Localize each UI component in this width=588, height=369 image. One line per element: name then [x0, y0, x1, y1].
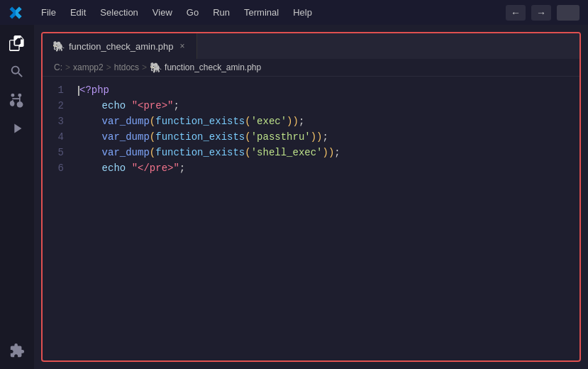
- line-content-3: var_dump(function_exists('exec'));: [78, 114, 304, 129]
- code-line-5: 5 var_dump(function_exists('shell_exec')…: [43, 145, 579, 160]
- menu-selection[interactable]: Selection: [94, 6, 143, 19]
- breadcrumb-xampp2: xampp2: [73, 62, 104, 72]
- extensions-icon[interactable]: [4, 338, 30, 363]
- code-line-2: 2 echo "<pre>";: [43, 98, 579, 114]
- editor-container: 🐘 function_check_amin.php × C: > xampp2 …: [34, 25, 588, 369]
- code-line-6: 6 echo "</pre>";: [43, 160, 579, 176]
- menu-view[interactable]: View: [147, 6, 178, 19]
- line-num-6: 6: [43, 160, 78, 176]
- line-num-5: 5: [43, 145, 78, 160]
- activity-bar: [0, 25, 34, 369]
- line-content-6: echo "</pre>";: [78, 160, 185, 176]
- line-num-1: 1: [43, 82, 78, 98]
- forward-button[interactable]: →: [531, 5, 551, 21]
- tab-bar: 🐘 function_check_amin.php ×: [43, 33, 579, 59]
- breadcrumb-drive: C:: [54, 62, 62, 72]
- titlebar: File Edit Selection View Go Run Terminal…: [0, 0, 588, 25]
- search-icon[interactable]: [4, 59, 30, 84]
- tab-filename: function_check_amin.php: [69, 41, 173, 52]
- menu-edit[interactable]: Edit: [65, 6, 91, 19]
- menu-terminal[interactable]: Terminal: [238, 6, 284, 19]
- breadcrumb-sep-2: >: [106, 62, 111, 72]
- php-file-icon: 🐘: [52, 40, 65, 52]
- menu-help[interactable]: Help: [287, 6, 318, 19]
- line-content-2: echo "<pre>";: [78, 98, 179, 114]
- editor-box: 🐘 function_check_amin.php × C: > xampp2 …: [41, 32, 581, 362]
- code-line-3: 3 var_dump(function_exists('exec'));: [43, 114, 579, 129]
- breadcrumb-htdocs: htdocs: [114, 62, 139, 72]
- line-num-4: 4: [43, 129, 78, 145]
- file-tab[interactable]: 🐘 function_check_amin.php ×: [43, 33, 197, 59]
- breadcrumb: C: > xampp2 > htdocs > 🐘 function_check_…: [43, 59, 579, 77]
- breadcrumb-filename: function_check_amin.php: [165, 62, 261, 72]
- breadcrumb-php-icon: 🐘: [150, 62, 162, 73]
- run-debug-icon[interactable]: [4, 116, 30, 141]
- back-button[interactable]: ←: [506, 5, 526, 21]
- window-controls: [557, 5, 579, 21]
- breadcrumb-sep-3: >: [142, 62, 147, 72]
- line-num-3: 3: [43, 114, 78, 129]
- window-nav: ← →: [506, 5, 579, 21]
- line-content-5: var_dump(function_exists('shell_exec'));: [78, 145, 340, 160]
- source-control-icon[interactable]: [4, 87, 30, 113]
- vscode-logo: [9, 6, 23, 20]
- breadcrumb-sep-1: >: [65, 62, 70, 72]
- menu-bar: File Edit Selection View Go Run Terminal…: [35, 6, 493, 19]
- files-icon[interactable]: [4, 31, 30, 56]
- code-line-1: 1 <?php: [43, 82, 579, 98]
- code-editor[interactable]: 1 <?php 2 echo "<pre>"; 3 var_dump(funct…: [43, 77, 579, 360]
- line-num-2: 2: [43, 98, 78, 114]
- main-layout: 🐘 function_check_amin.php × C: > xampp2 …: [0, 25, 588, 369]
- menu-file[interactable]: File: [35, 6, 62, 19]
- line-content-4: var_dump(function_exists('passthru'));: [78, 129, 328, 145]
- menu-run[interactable]: Run: [207, 6, 235, 19]
- tab-close-button[interactable]: ×: [177, 40, 187, 52]
- line-content-1: <?php: [78, 82, 109, 98]
- code-line-4: 4 var_dump(function_exists('passthru'));: [43, 129, 579, 145]
- menu-go[interactable]: Go: [181, 6, 204, 19]
